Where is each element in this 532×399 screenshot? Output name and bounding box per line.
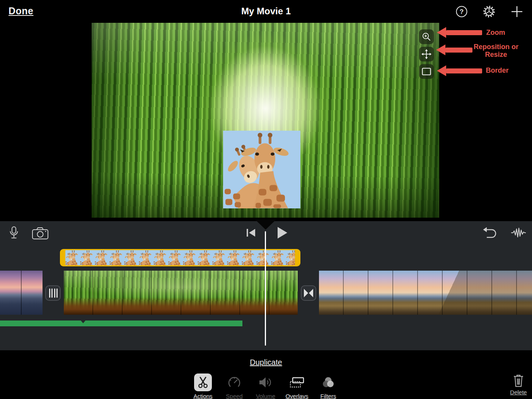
overlay-clip-filmstrip [65, 250, 295, 265]
add-media-button[interactable] [510, 5, 523, 18]
tab-speed-label: Speed [226, 393, 242, 399]
playhead-line [265, 231, 266, 346]
volume-speaker-icon [259, 377, 273, 388]
giraffe-thumb [124, 250, 139, 265]
tab-speed[interactable]: Speed [218, 373, 250, 399]
scissors-iconbox [194, 373, 212, 391]
annotation-arrow-reposition [436, 44, 472, 55]
volume-iconbox [257, 373, 275, 391]
filters-circles-icon [322, 376, 335, 389]
giraffe-thumb [153, 250, 168, 265]
camera-capture-button[interactable] [31, 226, 49, 240]
overlays-icon [290, 377, 304, 388]
giraffe-thumb [95, 250, 109, 265]
skip-to-start-icon [246, 228, 256, 237]
border-rect-icon [422, 67, 431, 76]
zoom-magnifier-icon [422, 32, 431, 41]
transition-button-right[interactable] [301, 285, 316, 301]
giraffe-thumb [242, 250, 256, 265]
annotation-arrow-border [437, 65, 482, 76]
annotation-label-border: Border [482, 66, 513, 74]
giraffe-image [223, 131, 300, 208]
viewer-area: Zoom Reposition or Resize Border [0, 23, 532, 219]
tab-overlays-label: Overlays [285, 393, 308, 399]
scissors-icon [198, 377, 208, 388]
giraffe-thumb [286, 250, 295, 265]
undo-button[interactable] [483, 227, 497, 239]
playhead-marker [255, 220, 276, 230]
delete-button[interactable]: Delete [505, 374, 532, 396]
clip-sunset-ocean[interactable] [0, 271, 43, 315]
svg-text:?: ? [460, 8, 464, 15]
annotation-arrow-zoom [437, 27, 482, 38]
giraffe-thumb [271, 250, 286, 265]
play-icon [277, 227, 288, 239]
undo-icon [483, 227, 497, 239]
pip-overlay-giraffes[interactable] [223, 131, 300, 208]
project-title: My Movie 1 [0, 6, 532, 17]
tab-volume[interactable]: Volume [250, 373, 281, 399]
add-icon [511, 5, 523, 18]
giraffe-thumb [109, 250, 124, 265]
giraffe-thumb [198, 250, 212, 265]
tab-overlays[interactable]: Overlays [281, 373, 313, 399]
giraffe-thumb [212, 250, 227, 265]
overlay-clip-giraffe[interactable] [60, 249, 300, 266]
transition-dissolve-icon [304, 288, 314, 298]
transition-none-icon [48, 288, 58, 298]
giraffe-thumb [80, 250, 95, 265]
giraffe-thumb [168, 250, 183, 265]
bottom-bar: Duplicate Actions S [0, 350, 532, 399]
help-button[interactable]: ? [455, 5, 468, 18]
filters-iconbox [319, 373, 337, 391]
pip-reposition-button[interactable] [419, 47, 434, 61]
giraffe-thumb [256, 250, 271, 265]
speed-iconbox [225, 373, 243, 391]
speed-gauge-icon [228, 376, 241, 389]
annotation-label-reposition: Reposition or Resize [472, 43, 520, 58]
clip-sunset-mountains[interactable] [319, 271, 532, 315]
overlays-iconbox [288, 373, 306, 391]
pip-zoom-button[interactable] [419, 29, 434, 44]
giraffe-thumb [139, 250, 153, 265]
help-icon: ? [455, 5, 468, 18]
tab-filters-label: Filters [321, 393, 336, 399]
giraffe-thumb [65, 250, 80, 265]
move-arrows-icon [421, 49, 431, 59]
annotation-label-zoom: Zoom [482, 29, 510, 36]
duplicate-button[interactable]: Duplicate [0, 358, 532, 367]
clip-bamboo-forest[interactable] [64, 271, 298, 315]
top-bar: Done My Movie 1 ? [0, 0, 532, 23]
settings-button[interactable] [483, 5, 496, 18]
record-voiceover-button[interactable] [7, 225, 21, 241]
audio-waveform-button[interactable] [510, 227, 527, 238]
delete-label: Delete [510, 389, 527, 396]
audio-waveform-icon [511, 228, 526, 238]
giraffe-thumb [183, 250, 198, 265]
play-button[interactable] [276, 227, 288, 239]
camera-icon [32, 227, 49, 240]
trash-icon [513, 374, 524, 387]
imovie-app: Done My Movie 1 ? [0, 0, 532, 399]
tab-filters[interactable]: Filters [312, 373, 344, 399]
tab-volume-label: Volume [256, 393, 275, 399]
pip-border-button[interactable] [419, 64, 434, 79]
settings-gear-icon [483, 5, 496, 18]
microphone-icon [9, 226, 19, 240]
audio-track-bar[interactable] [0, 321, 242, 326]
video-preview[interactable] [92, 23, 439, 218]
audio-track-notch [81, 321, 85, 323]
tab-actions-label: Actions [193, 393, 212, 399]
giraffe-thumb [227, 250, 242, 265]
tab-actions[interactable]: Actions [187, 373, 219, 399]
transition-button-left[interactable] [45, 285, 61, 301]
